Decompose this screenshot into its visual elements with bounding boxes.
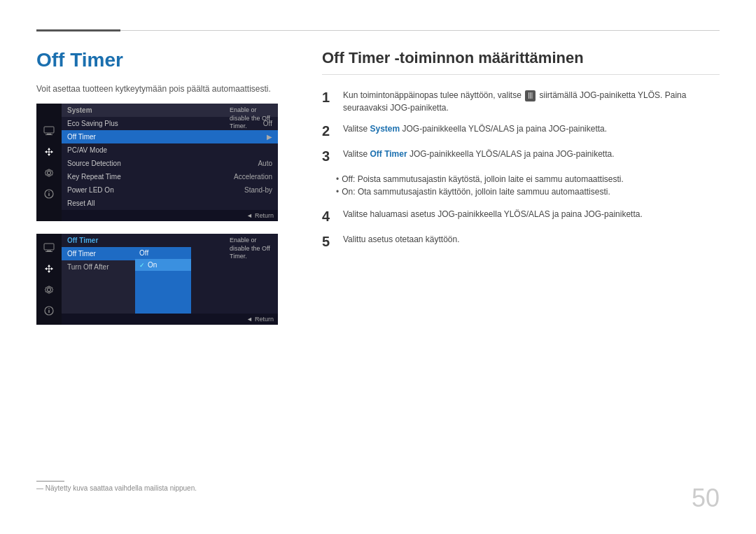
step-1: 1 Kun toimintonäppäinopas tulee näyttöön… [322, 89, 720, 114]
bullet-off-text: Off: Poista sammutusajastin käytöstä, jo… [342, 174, 624, 184]
step-text-5: Valittu asetus otetaan käyttöön. [343, 233, 720, 246]
svg-point-6 [48, 191, 50, 192]
svg-rect-0 [44, 127, 54, 133]
source-label: Source Detection [67, 160, 121, 167]
info-icon-2 [43, 304, 55, 317]
svg-point-13 [48, 308, 50, 309]
step-num-2: 2 [322, 122, 336, 139]
step-text-1: Kun toimintonäppäinopas tulee näyttöön, … [343, 89, 720, 114]
menu-row-offtimer: Off Timer ▶ [62, 130, 278, 143]
right-column: Off Timer -toiminnon määrittäminen 1 Kun… [322, 49, 720, 258]
menu-row-source: Source Detection Auto [62, 157, 278, 170]
move-icon [43, 146, 55, 158]
gear-icon [43, 167, 55, 179]
page-title: Off Timer [36, 49, 295, 71]
off-label: Off [342, 174, 353, 184]
offtimer-arrow: ▶ [267, 133, 272, 141]
return-btn-2: ◄ Return [246, 316, 274, 323]
subtitle-text: Voit asettaa tuotteen kytkeytymään pois … [36, 84, 295, 94]
resetall-label: Reset All [67, 199, 94, 207]
menu-icons-col [36, 104, 62, 221]
source-value: Auto [258, 160, 272, 167]
gear-icon-2 [43, 283, 55, 296]
menu-row-resetall: Reset All [62, 197, 278, 210]
svg-point-10 [48, 288, 51, 292]
step-text-4: Valitse haluamasi asetus JOG-painikkeell… [343, 208, 720, 220]
menu-footer-2: ◄ Return [62, 314, 278, 325]
menu-row-powerled: Power LED On Stand-by [62, 183, 278, 197]
step-4: 4 Valitse haluamasi asetus JOG-painikkee… [322, 208, 720, 225]
return-label-2: Return [255, 316, 274, 323]
menu-row-keyrepeat: Key Repeat Time Acceleration [62, 170, 278, 183]
screenshot-2-inner: Off Timer Off Timer Turn Off After [36, 234, 278, 325]
option-on: ✓ On [135, 259, 191, 271]
bullet-on-text: On: Ota sammutusajastin käyttöön, jolloi… [342, 187, 610, 197]
option-on-label: On [148, 261, 157, 269]
powerled-value: Stand-by [244, 186, 272, 194]
submenu-row-offtimer: Off Timer [62, 247, 135, 260]
submenu-col: Off Timer Turn Off After [62, 247, 135, 314]
step-2: 2 Valitse System JOG-painikkeella YLÖS/A… [322, 122, 720, 139]
pcav-label: PC/AV Mode [67, 146, 107, 154]
option-off-label: Off [139, 249, 148, 257]
monitor-icon [43, 125, 55, 137]
top-decorative-lines [36, 29, 720, 31]
top-line-separator [120, 30, 720, 31]
eco-saving-label: Eco Saving Plus [67, 120, 118, 127]
step-5: 5 Valittu asetus otetaan käyttöön. [322, 233, 720, 250]
checkmark-icon: ✓ [139, 262, 145, 269]
step-num-4: 4 [322, 208, 336, 225]
move-icon-2 [43, 262, 55, 275]
submenu-turnoff-label: Turn Off After [67, 263, 108, 271]
step-text-2: Valitse System JOG-painikkeella YLÖS/ALA… [343, 122, 720, 135]
page-number: 50 [692, 484, 720, 513]
options-col: Off ✓ On [135, 247, 191, 314]
sidenote-2: Enable or disable the Off Timer. [230, 237, 275, 261]
step-3: 3 Valitse Off Timer JOG-painikkeella YLÖ… [322, 148, 720, 199]
bottom-note-line [36, 481, 64, 482]
step-num-5: 5 [322, 233, 336, 250]
step-num-3: 3 [322, 148, 336, 164]
option-off: Off [135, 247, 191, 259]
section-title: Off Timer -toiminnon määrittäminen [322, 49, 720, 75]
return-arrow-2: ◄ [246, 316, 253, 323]
submenu-offtimer-label: Off Timer [67, 250, 96, 258]
steps-list: 1 Kun toimintonäppäinopas tulee näyttöön… [322, 89, 720, 250]
inline-menu-icon: ||| [525, 90, 536, 101]
step-text-3: Valitse Off Timer JOG-painikkeella YLÖS/… [343, 148, 615, 164]
submenu-row-turnoff: Turn Off After [62, 260, 135, 274]
keyrepeat-value: Acceleration [234, 173, 272, 181]
keyrepeat-label: Key Repeat Time [67, 173, 121, 181]
top-line-accent [36, 29, 120, 31]
menu-body-2: Off Timer Off Timer Turn Off After [62, 234, 278, 325]
screenshot-2: Off Timer Off Timer Turn Off After [36, 234, 278, 325]
bullet-list-3: • Off: Poista sammutusajastin käytöstä, … [336, 174, 624, 199]
powerled-label: Power LED On [67, 186, 114, 194]
sidenote-1: Enable or disable the Off Timer. [230, 106, 275, 131]
screenshot-1: System Eco Saving Plus Off Off Timer ▶ P… [36, 104, 278, 221]
screenshot-1-inner: System Eco Saving Plus Off Off Timer ▶ P… [36, 104, 278, 221]
bottom-note-text: ― Näytetty kuva saattaa vaihdella mailis… [36, 484, 197, 492]
menu-icons-col-2 [36, 234, 62, 325]
step-num-1: 1 [322, 89, 336, 106]
return-label-1: Return [255, 212, 274, 219]
info-icon [43, 188, 55, 200]
bullet-off: • Off: Poista sammutusajastin käytöstä, … [336, 174, 624, 184]
bottom-note: ― Näytetty kuva saattaa vaihdella mailis… [36, 481, 197, 492]
bullet-dot-off: • [336, 174, 339, 184]
svg-point-3 [48, 171, 51, 175]
system-label: System [370, 124, 400, 134]
on-label: On [342, 187, 353, 197]
monitor-icon-2 [43, 241, 55, 254]
return-btn-1: ◄ Return [246, 212, 274, 219]
menu-body-1: System Eco Saving Plus Off Off Timer ▶ P… [62, 104, 278, 221]
left-column: Off Timer Voit asettaa tuotteen kytkeyty… [36, 49, 295, 337]
step-3-header: 3 Valitse Off Timer JOG-painikkeella YLÖ… [322, 148, 615, 164]
offtimer-ref-label: Off Timer [370, 149, 407, 159]
offtimer-label: Off Timer [67, 133, 96, 141]
svg-rect-7 [44, 244, 54, 250]
bullet-on: • On: Ota sammutusajastin käyttöön, joll… [336, 187, 624, 197]
return-arrow-1: ◄ [246, 212, 253, 219]
bullet-dot-on: • [336, 187, 339, 197]
menu-row-pcav: PC/AV Mode [62, 143, 278, 157]
